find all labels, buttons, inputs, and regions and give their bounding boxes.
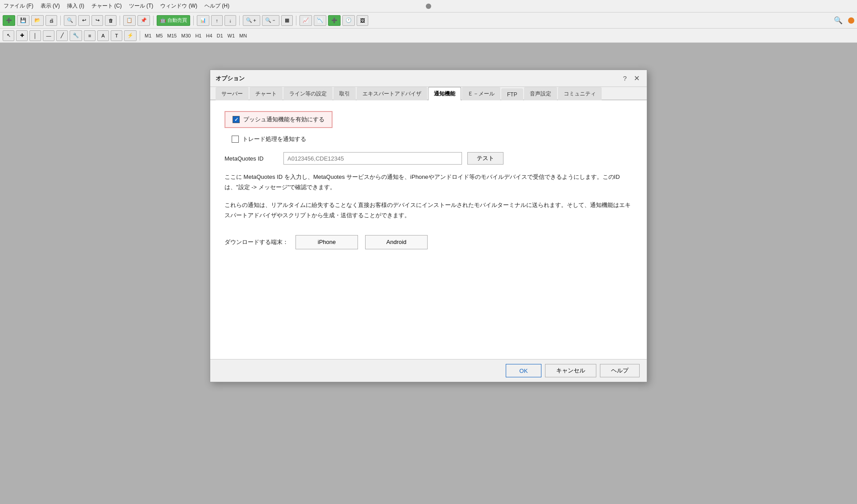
tb-clipboard-btn[interactable]: 📋 xyxy=(123,15,136,26)
trade-checkbox[interactable] xyxy=(232,136,239,143)
tb-clock-btn[interactable]: 🕐 xyxy=(342,15,355,26)
options-dialog: オプション ? ✕ サーバー チャート ライン等の設定 取引 エキスパートアドバ… xyxy=(210,70,647,382)
download-row: ダウンロードする端末： iPhone Android xyxy=(225,235,632,249)
tab-community[interactable]: コミュニティ xyxy=(558,87,602,100)
dialog-tabs: サーバー チャート ライン等の設定 取引 エキスパートアドバイザ 通知機能 Ｅ－… xyxy=(210,87,647,100)
toolbar1: ➕ 💾 📂 🖨 🔍 ↩ ↪ 🗑 📋 📌 🤖 自動売買 📊 ↑ ↓ 🔍＋ 🔍－ ▦… xyxy=(0,12,857,29)
tb-period-btn[interactable]: 📉 xyxy=(314,15,326,26)
tab-trade[interactable]: 取引 xyxy=(333,87,356,100)
tab-line-settings[interactable]: ライン等の設定 xyxy=(283,87,333,100)
tb-grid-btn[interactable]: ▦ xyxy=(281,15,293,26)
tb2-text-btn[interactable]: A xyxy=(97,30,109,41)
description-text-1: ここに MetaQuotes ID を入力し、MetaQuotes サービスから… xyxy=(225,172,632,193)
dialog-title: オプション xyxy=(216,74,245,83)
metaquotes-id-row: MetaQuotes ID テスト xyxy=(225,152,632,165)
menu-window[interactable]: ウィンドウ (W) xyxy=(160,2,197,10)
tf-m1[interactable]: M1 xyxy=(143,33,153,38)
tf-m5[interactable]: M5 xyxy=(154,33,164,38)
tab-ftp[interactable]: FTP xyxy=(501,88,523,100)
tb2-arrow-btn[interactable]: ↖ xyxy=(3,30,14,41)
tb-down-btn[interactable]: ↓ xyxy=(225,15,236,26)
dialog-close-button[interactable]: ✕ xyxy=(632,74,641,83)
help-button[interactable]: ヘルプ xyxy=(600,364,640,377)
tf-m30[interactable]: M30 xyxy=(180,33,192,38)
tb-zoomout-btn[interactable]: 🔍－ xyxy=(262,15,279,26)
tb-undo-btn[interactable]: ↩ xyxy=(78,15,90,26)
tb-add-btn[interactable]: ➕ xyxy=(328,15,341,26)
notification-icon[interactable] xyxy=(848,17,854,24)
push-checkbox-label: プッシュ通知機能を有効にする xyxy=(243,116,324,124)
metaquotes-id-input[interactable] xyxy=(283,152,462,165)
trade-checkbox-label: トレード処理を通知する xyxy=(242,135,306,143)
tb-img-btn[interactable]: 🖼 xyxy=(357,15,368,26)
menu-view[interactable]: 表示 (V) xyxy=(41,2,60,10)
tf-d1[interactable]: D1 xyxy=(216,33,225,38)
ok-button[interactable]: OK xyxy=(506,364,541,377)
tb-auto-trade-btn[interactable]: 🤖 自動売買 xyxy=(157,15,190,26)
tb2-diag-btn[interactable]: ╱ xyxy=(56,30,68,41)
tb2-text2-btn[interactable]: T xyxy=(111,30,122,41)
menu-chart[interactable]: チャート (C) xyxy=(92,2,122,10)
dialog-footer: OK キャンセル ヘルプ xyxy=(210,359,647,382)
push-notification-box: プッシュ通知機能を有効にする xyxy=(225,111,333,128)
titlebar-right: ? ✕ xyxy=(621,74,641,83)
tb-up-btn[interactable]: ↑ xyxy=(211,15,223,26)
tb-zoomin2-btn[interactable]: 🔍＋ xyxy=(243,15,260,26)
tb2-bolt-btn[interactable]: ⚡ xyxy=(124,30,137,41)
tab-voice-settings[interactable]: 音声設定 xyxy=(524,87,557,100)
tab-expert-advisor[interactable]: エキスパートアドバイザ xyxy=(357,87,427,100)
tb-chart-btn[interactable]: 📊 xyxy=(197,15,209,26)
tb-print-btn[interactable]: 🖨 xyxy=(46,15,57,26)
tab-email[interactable]: Ｅ－メール xyxy=(462,87,500,100)
tb-open-btn[interactable]: 📂 xyxy=(31,15,44,26)
tb-delete-btn[interactable]: 🗑 xyxy=(105,15,116,26)
tab-chart[interactable]: チャート xyxy=(250,87,283,100)
toolbar2: ↖ ✚ │ — ╱ 🔧 ≡ A T ⚡ M1 M5 M15 M30 H1 H4 … xyxy=(0,29,857,43)
metaquotes-id-label: MetaQuotes ID xyxy=(225,155,278,162)
tb2-hline-btn[interactable]: — xyxy=(43,30,54,41)
tb2-wrench-btn[interactable]: 🔧 xyxy=(70,30,82,41)
auto-trade-icon: 🤖 xyxy=(160,17,166,23)
tb-new-btn[interactable]: ➕ xyxy=(3,15,15,26)
tf-w1[interactable]: W1 xyxy=(226,33,237,38)
dialog-body: プッシュ通知機能を有効にする トレード処理を通知する MetaQuotes ID… xyxy=(210,100,647,359)
menu-tools[interactable]: ツール (T) xyxy=(129,2,154,10)
tb-search-btn[interactable]: 🔍 xyxy=(831,15,845,26)
menu-file[interactable]: ファイル (F) xyxy=(4,2,33,10)
tb2-cross-btn[interactable]: ✚ xyxy=(16,30,28,41)
top-dot xyxy=(426,4,431,9)
tb-indicator-btn[interactable]: 📈 xyxy=(300,15,312,26)
tab-notification[interactable]: 通知機能 xyxy=(428,87,461,100)
tf-mn[interactable]: MN xyxy=(238,33,248,38)
push-checkbox[interactable] xyxy=(233,116,240,123)
iphone-button[interactable]: iPhone xyxy=(295,235,358,249)
tb-zoom-in-btn[interactable]: 🔍 xyxy=(64,15,76,26)
menu-insert[interactable]: 挿入 (I) xyxy=(67,2,84,10)
tf-m15[interactable]: M15 xyxy=(166,33,178,38)
test-button[interactable]: テスト xyxy=(467,152,503,165)
tb-pin-btn[interactable]: 📌 xyxy=(137,15,150,26)
dialog-help-button[interactable]: ? xyxy=(621,74,628,82)
tb-redo-btn[interactable]: ↪ xyxy=(92,15,103,26)
description-text-2: これらの通知は、リアルタイムに紛失することなく直接お客様のデバイスにインストール… xyxy=(225,200,632,221)
download-label: ダウンロードする端末： xyxy=(225,238,288,246)
android-button[interactable]: Android xyxy=(365,235,428,249)
cancel-button[interactable]: キャンセル xyxy=(545,364,596,377)
dialog-titlebar: オプション ? ✕ xyxy=(210,70,647,87)
tab-server[interactable]: サーバー xyxy=(216,87,249,100)
tb2-vline-btn[interactable]: │ xyxy=(29,30,41,41)
tb-save-btn[interactable]: 💾 xyxy=(17,15,29,26)
menu-help[interactable]: ヘルプ (H) xyxy=(204,2,229,10)
tb2-list-btn[interactable]: ≡ xyxy=(84,30,96,41)
auto-trade-label: 自動売買 xyxy=(167,17,187,24)
main-area: オプション ? ✕ サーバー チャート ライン等の設定 取引 エキスパートアドバ… xyxy=(0,43,857,504)
tf-h1[interactable]: H1 xyxy=(194,33,203,38)
tf-h4[interactable]: H4 xyxy=(204,33,213,38)
